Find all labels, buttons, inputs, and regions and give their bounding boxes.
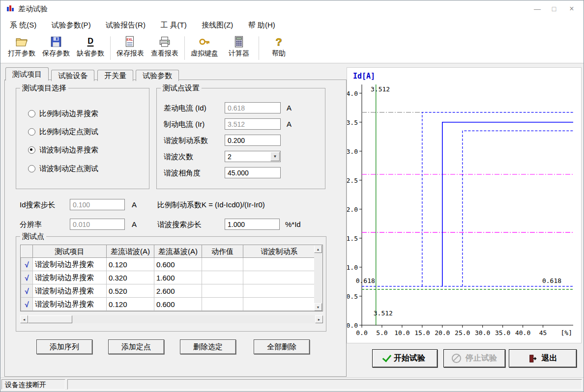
tab-test-project[interactable]: 测试项目 xyxy=(5,67,49,81)
svg-text:0.618: 0.618 xyxy=(356,277,375,284)
toolbar-separator xyxy=(259,36,259,60)
exit-button[interactable]: 退出 xyxy=(509,349,577,367)
maximize-button[interactable]: □ xyxy=(546,1,562,16)
menu-item-help[interactable]: 帮 助(H) xyxy=(242,17,282,33)
cell-harmonic[interactable]: 0.120 xyxy=(107,258,154,271)
add-sequence-button[interactable]: 添加序列 xyxy=(36,339,92,354)
toolbar-view-report-button[interactable]: 查看报表 xyxy=(147,34,182,64)
tab-switch-quantity[interactable]: 开关量 xyxy=(97,70,133,81)
table-row[interactable]: √ 谐波制动边界搜索 0.520 2.600 xyxy=(21,284,316,298)
toolbar-help-button[interactable]: ? 帮助 xyxy=(262,34,296,64)
svg-text:2.0: 2.0 xyxy=(347,206,358,213)
svg-text:45: 45 xyxy=(539,329,547,336)
row-check[interactable]: √ xyxy=(21,298,33,311)
start-test-button[interactable]: 开始试验 xyxy=(372,349,438,367)
horizontal-scrollbar[interactable]: ◄ ► xyxy=(20,315,323,323)
cell-fundamental[interactable]: 0.600 xyxy=(154,258,202,271)
radio-label: 谐波制动边界搜索 xyxy=(39,145,98,155)
svg-text:?: ? xyxy=(275,36,282,48)
svg-text:0.618: 0.618 xyxy=(542,277,561,284)
cell-item[interactable]: 谐波制动边界搜索 xyxy=(33,258,107,271)
harmonic-ratio-input[interactable]: 0.200 xyxy=(225,135,281,146)
svg-text:15.0: 15.0 xyxy=(414,329,430,336)
cell-item[interactable]: 谐波制动边界搜索 xyxy=(33,284,107,298)
radio-label: 比例制动定点测试 xyxy=(39,127,98,137)
table-row[interactable]: √ 谐波制动边界搜索 0.320 1.600 xyxy=(21,271,316,284)
cell-item[interactable]: 谐波制动边界搜索 xyxy=(33,298,107,311)
cell-fundamental[interactable]: 0.600 xyxy=(154,298,202,311)
table-row[interactable]: √ 谐波制动边界搜索 0.120 0.600 xyxy=(21,258,316,271)
cell-action[interactable] xyxy=(202,298,243,311)
resolution-label: 分辨率 xyxy=(20,220,42,229)
radio-harmonic-boundary-search[interactable]: 谐波制动边界搜索 xyxy=(28,145,98,154)
scroll-up-icon[interactable]: ▲ xyxy=(314,245,322,253)
close-button[interactable]: × xyxy=(564,1,580,16)
app-icon xyxy=(6,5,14,13)
scroll-right-icon[interactable]: ► xyxy=(315,315,323,323)
titlebar: 差动试验 — □ × xyxy=(0,0,584,17)
harmonic-phase-input[interactable]: 45.000 xyxy=(225,167,281,178)
cell-harmonic[interactable]: 0.520 xyxy=(107,284,154,298)
toolbar-open-params-button[interactable]: 打开参数 xyxy=(4,34,39,64)
harmonic-order-select[interactable]: 2 ▼ xyxy=(225,151,281,162)
row-check[interactable]: √ xyxy=(21,271,33,284)
cell-restraint[interactable] xyxy=(243,284,316,298)
col-check xyxy=(21,246,33,258)
table-header-row: 测试项目 差流谐波(A) 差流基波(A) 动作值 谐波制动系 xyxy=(21,246,316,258)
tab-test-parameters[interactable]: 试验参数 xyxy=(136,70,179,81)
group-test-select-legend: 测试项目选择 xyxy=(20,84,68,93)
delete-selected-button[interactable]: 删除选定 xyxy=(180,339,236,354)
menu-item-test-report[interactable]: 试验报告(R) xyxy=(99,17,152,33)
exit-label: 退出 xyxy=(542,353,557,364)
app-window: 差动试验 — □ × 系 统(S) 试验参数(P) 试验报告(R) 工 具(T)… xyxy=(0,0,584,392)
cell-restraint[interactable] xyxy=(243,258,316,271)
restraint-current-input: 3.512 xyxy=(225,118,281,130)
statusbar: 设备连接断开 xyxy=(0,377,584,392)
row-check[interactable]: √ xyxy=(21,284,33,298)
toolbar-default-params-button[interactable]: D 缺省参数 xyxy=(73,34,108,64)
vertical-scrollbar-track[interactable] xyxy=(314,253,322,303)
delete-all-button[interactable]: 全部删除 xyxy=(254,339,310,354)
menu-item-tools[interactable]: 工 具(T) xyxy=(154,17,193,33)
cell-action[interactable] xyxy=(202,258,243,271)
add-point-button[interactable]: 添加定点 xyxy=(108,339,164,354)
resolution-input: 0.010 xyxy=(70,219,125,230)
id-step-input: 0.100 xyxy=(70,199,125,210)
cell-harmonic[interactable]: 0.120 xyxy=(107,298,154,311)
tab-test-equipment[interactable]: 试验设备 xyxy=(51,70,94,81)
toolbar-calculator-button[interactable]: 计算器 xyxy=(222,34,256,64)
cell-harmonic[interactable]: 0.320 xyxy=(107,271,154,284)
cell-restraint[interactable] xyxy=(243,298,316,311)
radio-ratio-point-test[interactable]: 比例制动定点测试 xyxy=(28,127,98,136)
cell-fundamental[interactable]: 2.600 xyxy=(154,284,202,298)
cell-restraint[interactable] xyxy=(243,271,316,284)
toolbar-save-params-button[interactable]: 保存参数 xyxy=(39,34,73,64)
group-test-select: 测试项目选择 比例制动边界搜索 比例制动定点测试 谐波制动边界搜索 谐波制动定点… xyxy=(16,88,149,189)
chevron-down-icon[interactable]: ▼ xyxy=(270,152,280,161)
vertical-scrollbar[interactable]: ▲ ▼ xyxy=(314,245,322,311)
menu-item-system[interactable]: 系 统(S) xyxy=(3,17,43,33)
status-connection: 设备连接断开 xyxy=(1,379,65,390)
menu-item-wiring-diagram[interactable]: 接线图(Z) xyxy=(195,17,239,33)
cell-action[interactable] xyxy=(202,271,243,284)
cell-item[interactable]: 谐波制动边界搜索 xyxy=(33,271,107,284)
toolbar-virtual-keyboard-button[interactable]: 虚拟键盘 xyxy=(187,34,222,64)
test-points-table: 测试项目 差流谐波(A) 差流基波(A) 动作值 谐波制动系 √ 谐波制动边界搜… xyxy=(21,245,316,311)
cell-action[interactable] xyxy=(202,284,243,298)
harmonic-step-input[interactable]: 1.000 xyxy=(225,219,280,230)
row-check[interactable]: √ xyxy=(21,258,33,271)
toolbar-save-report-button[interactable]: EXL 保存报表 xyxy=(113,34,147,64)
menu-item-test-params[interactable]: 试验参数(P) xyxy=(45,17,97,33)
horizontal-scrollbar-track[interactable] xyxy=(72,315,315,323)
scroll-left-icon[interactable]: ◄ xyxy=(20,315,28,323)
group-test-points-legend: 测试点 xyxy=(20,232,46,241)
radio-ratio-boundary-search[interactable]: 比例制动边界搜索 xyxy=(28,109,98,118)
scrollbar-thumb[interactable] xyxy=(28,315,72,323)
table-row[interactable]: √ 谐波制动边界搜索 0.120 0.600 xyxy=(21,298,316,311)
diff-current-label: 差动电流 (Id) xyxy=(164,104,206,113)
diff-current-input: 0.618 xyxy=(225,102,281,113)
minimize-button[interactable]: — xyxy=(529,1,545,16)
cell-fundamental[interactable]: 1.600 xyxy=(154,271,202,284)
radio-harmonic-point-test[interactable]: 谐波制动定点测试 xyxy=(28,164,98,173)
scroll-down-icon[interactable]: ▼ xyxy=(314,303,322,311)
